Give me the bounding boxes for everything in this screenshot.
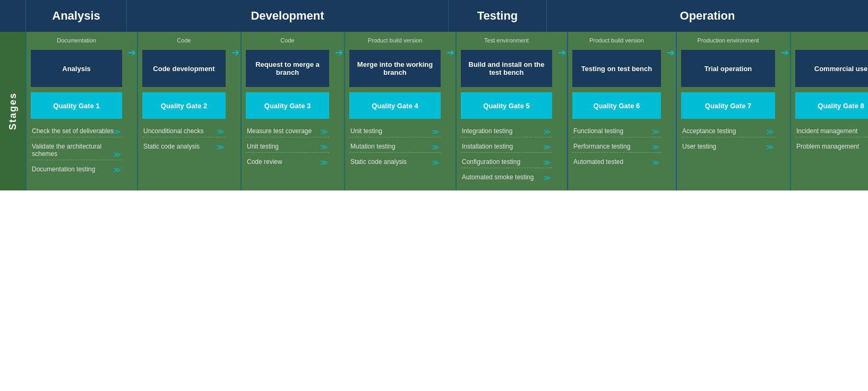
arrow-4: ➔ — [445, 32, 456, 190]
col-commercial: Commercial use Quality Gate 8 Incident m… — [790, 32, 868, 190]
col-analysis: Documentation Analysis Quality Gate 1 Ch… — [25, 32, 126, 190]
check-commercial-0: Incident management — [795, 124, 868, 137]
col-header-testbench: Product build version — [572, 37, 661, 46]
stage-box-analysis: Analysis — [31, 50, 122, 87]
header-analysis: Analysis — [25, 0, 126, 32]
stage-box-merge-req: Request to merge a branch — [246, 50, 329, 87]
check-build-3: Automated smoke testing — [461, 170, 552, 183]
header-row: Analysis Development Testing Operation — [0, 0, 868, 32]
arrow-6: ➔ — [665, 32, 676, 190]
header-development: Development — [126, 0, 448, 32]
check-trial-0: Acceptance testing — [681, 124, 775, 137]
quality-gate-8: Quality Gate 8 — [795, 92, 868, 119]
check-mergebr-1: Mutation testing — [349, 140, 441, 153]
development-header-label: Development — [251, 9, 324, 23]
quality-gate-3: Quality Gate 3 — [246, 92, 329, 119]
check-build-0: Integration testing — [461, 124, 552, 137]
arrow-1: ➔ — [126, 32, 137, 190]
check-testbench-1: Performance testing — [572, 140, 661, 153]
col-merge-branch: Product build version Merge into the wor… — [344, 32, 445, 190]
check-testbench-0: Functional testing — [572, 124, 661, 137]
col-header-commercial — [795, 37, 868, 46]
check-mergebr-2: Static code analysis — [349, 155, 441, 168]
check-codedev-1: Static code analysis — [142, 140, 226, 152]
stage-box-testbench: Testing on test bench — [572, 50, 661, 87]
stage-box-trial: Trial operation — [681, 50, 775, 87]
main-area: Stages Documentation Analysis Quality Ga… — [0, 32, 868, 190]
columns-area: Documentation Analysis Quality Gate 1 Ch… — [25, 32, 868, 190]
check-mergebr-0: Unit testing — [349, 124, 441, 137]
col-header-build: Test environment — [461, 37, 552, 46]
header-operation: Operation — [546, 0, 868, 32]
check-trial-1: User testing — [681, 140, 775, 152]
arrow-3: ➔ — [333, 32, 344, 190]
quality-gate-7: Quality Gate 7 — [681, 92, 775, 119]
header-testing: Testing — [448, 0, 546, 32]
analysis-header-label: Analysis — [52, 9, 100, 23]
stages-label-col: Stages — [0, 32, 25, 190]
arrow-5: ➔ — [556, 32, 567, 190]
check-mergeq-1: Unit testing — [246, 140, 329, 153]
col-trial: Production environment Trial operation Q… — [676, 32, 779, 190]
col-test-bench: Product build version Testing on test be… — [567, 32, 665, 190]
quality-gate-5: Quality Gate 5 — [461, 92, 552, 119]
col-header-code-dev: Code — [142, 37, 226, 46]
quality-gate-1: Quality Gate 1 — [31, 92, 122, 119]
diagram-wrapper: Analysis Development Testing Operation S… — [0, 0, 868, 190]
col-header-analysis: Documentation — [31, 37, 122, 46]
col-header-trial: Production environment — [681, 37, 775, 46]
arrow-7: ➔ — [779, 32, 790, 190]
quality-gate-4: Quality Gate 4 — [349, 92, 441, 119]
operation-header-label: Operation — [680, 9, 735, 23]
col-code-dev: Code Code development Quality Gate 2 Unc… — [137, 32, 230, 190]
stage-box-commercial: Commercial use — [795, 50, 868, 87]
arrow-2: ➔ — [230, 32, 240, 190]
check-analysis-0: Check the set of deliverables — [31, 124, 122, 137]
testing-header-label: Testing — [477, 9, 518, 23]
check-analysis-1: Validate the architectural schemes — [31, 140, 122, 160]
check-commercial-1: Problem management — [795, 140, 868, 152]
quality-gate-6: Quality Gate 6 — [572, 92, 661, 119]
stage-box-build: Build and install on the test bench — [461, 50, 552, 87]
check-mergeq-0: Measure test coverage — [246, 124, 329, 137]
col-build-install: Test environment Build and install on th… — [456, 32, 556, 190]
check-analysis-2: Documentation testing — [31, 162, 122, 175]
stages-label: Stages — [7, 92, 19, 130]
check-mergeq-2: Code review — [246, 155, 329, 168]
col-header-merge-req: Code — [246, 37, 329, 46]
header-spacer — [0, 0, 25, 32]
stage-box-code-dev: Code development — [142, 50, 226, 87]
check-build-1: Installation testing — [461, 140, 552, 153]
quality-gate-2: Quality Gate 2 — [142, 92, 226, 119]
stage-box-merge-branch: Merge into the working branch — [349, 50, 441, 87]
col-merge-req: Code Request to merge a branch Quality G… — [240, 32, 333, 190]
col-header-merge-branch: Product build version — [349, 37, 441, 46]
check-testbench-2: Automated tested — [572, 155, 661, 168]
check-codedev-0: Unconditional checks — [142, 124, 226, 137]
check-build-2: Configuration testing — [461, 155, 552, 168]
